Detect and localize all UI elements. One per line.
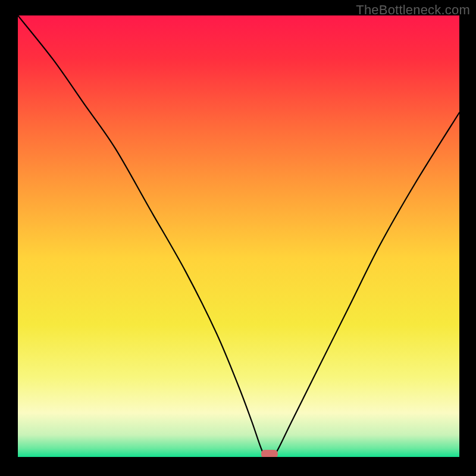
bottleneck-chart [18,15,459,457]
plot-area [18,15,459,457]
chart-frame: TheBottleneck.com [0,0,476,476]
watermark-text: TheBottleneck.com [356,2,470,18]
gradient-background [18,15,459,457]
optimal-marker [261,450,278,457]
